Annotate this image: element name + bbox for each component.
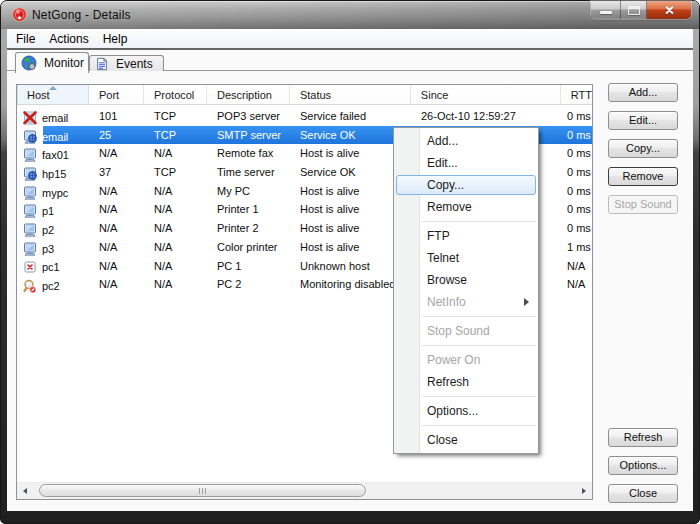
cell-host: p2	[17, 219, 89, 238]
scrollbar-thumb[interactable]	[39, 484, 366, 497]
cell-protocol: N/A	[144, 182, 207, 201]
menubar-item-actions[interactable]: Actions	[42, 29, 95, 50]
column-header-port[interactable]: Port	[89, 85, 144, 105]
cell-protocol: N/A	[144, 257, 207, 276]
scroll-left-button[interactable]	[17, 483, 34, 499]
context-menu: Add...Edit...Copy...RemoveFTPTelnetBrows…	[393, 127, 539, 454]
column-header-status[interactable]: Status	[290, 85, 411, 105]
column-header-label: Port	[99, 89, 119, 101]
menubar-item-file[interactable]: File	[9, 29, 42, 50]
service-failed-icon	[22, 110, 38, 126]
scroll-right-icon	[582, 488, 586, 494]
menu-item-highlight	[396, 175, 536, 195]
menu-item-label: Browse	[427, 273, 467, 287]
menubar-item-help[interactable]: Help	[96, 29, 135, 50]
cell-host: p1	[17, 200, 89, 219]
close-icon	[663, 4, 676, 17]
refresh-button[interactable]: Refresh	[608, 428, 678, 447]
host-name: pc2	[42, 280, 60, 292]
cell-rtt: 0 ms	[561, 182, 592, 201]
host-name: mypc	[42, 187, 68, 199]
caption-button-group	[591, 1, 691, 19]
menu-item-browse[interactable]: Browse	[394, 269, 538, 291]
menu-item-copy[interactable]: Copy...	[394, 174, 538, 196]
maximize-button[interactable]	[621, 1, 647, 19]
column-header-host[interactable]: Host	[17, 85, 89, 105]
column-header-description[interactable]: Description	[207, 85, 290, 105]
host-name: fax01	[42, 149, 69, 161]
menu-item-netinfo: NetInfo	[394, 291, 538, 313]
menu-item-close[interactable]: Close	[394, 429, 538, 451]
tab-monitor[interactable]: Monitor	[15, 52, 89, 73]
cell-description: POP3 server	[207, 107, 290, 126]
menu-item-refresh[interactable]: Refresh	[394, 371, 538, 393]
cell-rtt: 0 ms	[561, 200, 592, 219]
cell-port: N/A	[89, 182, 144, 201]
title-bar[interactable]: NetGong - Details	[1, 1, 699, 29]
host-name: hp15	[42, 168, 66, 180]
menu-bar: FileActionsHelp	[7, 29, 693, 50]
cell-port: N/A	[89, 257, 144, 276]
cell-port: N/A	[89, 238, 144, 257]
cell-protocol: N/A	[144, 144, 207, 163]
context-menu-items: Add...Edit...Copy...RemoveFTPTelnetBrows…	[394, 130, 538, 451]
cell-port: N/A	[89, 200, 144, 219]
cell-rtt: 0 ms	[561, 126, 592, 145]
menu-item-label: FTP	[427, 229, 450, 243]
menu-item-edit[interactable]: Edit...	[394, 152, 538, 174]
options-button[interactable]: Options...	[608, 456, 678, 475]
remove-button[interactable]: Remove	[608, 167, 678, 186]
menu-item-telnet[interactable]: Telnet	[394, 247, 538, 269]
cell-status: Service failed	[290, 107, 411, 126]
cell-host: pc1	[17, 257, 89, 276]
submenu-arrow-icon	[524, 298, 529, 306]
cell-port: 25	[89, 126, 144, 145]
menu-item-add[interactable]: Add...	[394, 130, 538, 152]
host-name: p2	[42, 224, 54, 236]
cell-description: Time server	[207, 163, 290, 182]
column-header-protocol[interactable]: Protocol	[144, 85, 207, 105]
column-header-label: Description	[217, 89, 272, 101]
stop-sound-button: Stop Sound	[608, 195, 678, 214]
menu-item-remove[interactable]: Remove	[394, 196, 538, 218]
cell-port: 37	[89, 163, 144, 182]
menu-item-options[interactable]: Options...	[394, 400, 538, 422]
cell-protocol: TCP	[144, 107, 207, 126]
menu-item-label: Options...	[427, 404, 478, 418]
menu-item-label: Stop Sound	[427, 324, 490, 338]
minimize-button[interactable]	[591, 1, 621, 19]
cell-description: Remote fax	[207, 144, 290, 163]
cell-description: PC 1	[207, 257, 290, 276]
column-header-label: Protocol	[154, 89, 194, 101]
host-icon	[22, 147, 38, 163]
menu-item-ftp[interactable]: FTP	[394, 225, 538, 247]
close-button[interactable]	[647, 1, 691, 19]
cell-rtt: N/A	[561, 275, 592, 294]
cell-protocol: TCP	[144, 126, 207, 145]
cell-host: email	[17, 126, 89, 145]
cell-host: pc2	[17, 275, 89, 294]
add-button[interactable]: Add...	[608, 83, 678, 102]
client-area: FileActionsHelp Monitor	[7, 29, 693, 511]
menu-item-stop-sound: Stop Sound	[394, 320, 538, 342]
edit-button[interactable]: Edit...	[608, 111, 678, 130]
cell-description: Printer 1	[207, 200, 290, 219]
close-button[interactable]: Close	[608, 484, 678, 503]
table-header-row: HostPortProtocolDescriptionStatusSinceRT…	[17, 85, 592, 105]
cell-protocol: N/A	[144, 275, 207, 294]
host-icon	[22, 241, 38, 257]
tab-events[interactable]: Events	[89, 55, 164, 71]
scroll-right-button[interactable]	[575, 483, 592, 499]
menu-item-label: NetInfo	[427, 295, 466, 309]
column-header-rtt[interactable]: RTT	[561, 85, 592, 105]
cell-rtt: 0 ms	[561, 163, 592, 182]
menu-separator	[422, 396, 536, 397]
host-name: email	[42, 112, 68, 124]
scroll-left-icon	[23, 488, 27, 494]
host-name: p1	[42, 205, 54, 217]
table-row-email-101[interactable]: email101TCPPOP3 serverService failed26-O…	[17, 107, 592, 126]
column-header-since[interactable]: Since	[411, 85, 561, 105]
horizontal-scrollbar[interactable]	[17, 482, 592, 499]
copy-button[interactable]: Copy...	[608, 139, 678, 158]
cell-host: fax01	[17, 144, 89, 163]
